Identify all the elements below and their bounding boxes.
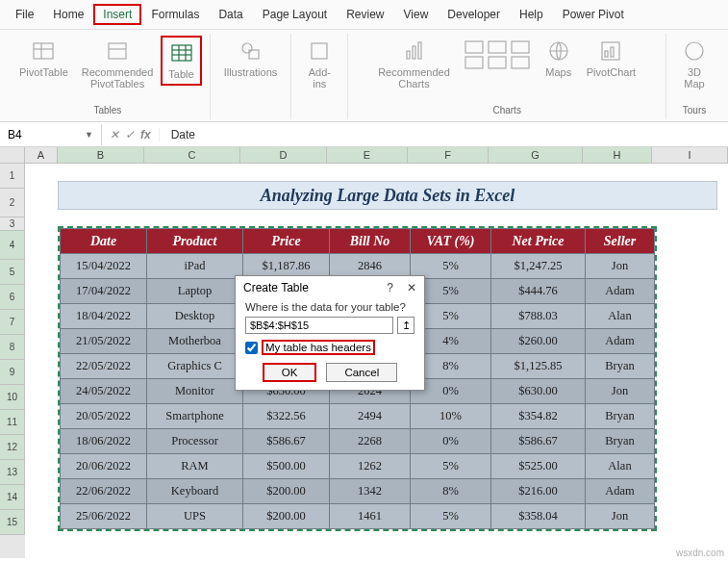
cell[interactable]: UPS bbox=[147, 504, 243, 529]
row-3[interactable]: 3 bbox=[0, 217, 25, 231]
cell[interactable]: $322.56 bbox=[243, 404, 330, 429]
cancel-icon[interactable]: ✕ bbox=[110, 128, 119, 141]
cell[interactable]: Jon bbox=[586, 254, 655, 279]
cell[interactable]: 0% bbox=[411, 429, 491, 454]
cell[interactable]: Bryan bbox=[586, 354, 655, 379]
cell[interactable]: 15/04/2022 bbox=[61, 254, 147, 279]
help-icon[interactable]: ? bbox=[387, 281, 393, 294]
cell[interactable]: Jon bbox=[586, 504, 655, 529]
recommended-charts-button[interactable]: RecommendedCharts bbox=[372, 36, 456, 93]
addins-button[interactable]: Add-ins bbox=[299, 36, 339, 93]
cell[interactable]: RAM bbox=[147, 454, 243, 479]
row-15[interactable]: 15 bbox=[0, 510, 25, 535]
header-billno[interactable]: Bill No bbox=[330, 229, 411, 254]
row-11[interactable]: 11 bbox=[0, 410, 25, 435]
row-4[interactable]: 4 bbox=[0, 231, 25, 260]
menu-developer[interactable]: Developer bbox=[438, 4, 510, 25]
header-seller[interactable]: Seller bbox=[586, 229, 655, 254]
header-netprice[interactable]: Net Price bbox=[491, 229, 586, 254]
menu-view[interactable]: View bbox=[394, 4, 439, 25]
row-13[interactable]: 13 bbox=[0, 460, 25, 485]
cell[interactable]: $1,247.25 bbox=[491, 254, 586, 279]
menu-file[interactable]: File bbox=[6, 4, 43, 25]
cell[interactable]: 5% bbox=[411, 454, 491, 479]
header-vat[interactable]: VAT (%) bbox=[411, 229, 491, 254]
row-14[interactable]: 14 bbox=[0, 485, 25, 510]
cell[interactable]: $200.00 bbox=[243, 504, 330, 529]
cell[interactable]: Adam bbox=[586, 329, 655, 354]
cell[interactable]: 25/06/2022 bbox=[61, 504, 147, 529]
row-5[interactable]: 5 bbox=[0, 260, 25, 285]
row-8[interactable]: 8 bbox=[0, 335, 25, 360]
formula-value[interactable]: Date bbox=[160, 128, 207, 141]
col-C[interactable]: C bbox=[144, 147, 240, 163]
headers-checkbox[interactable] bbox=[245, 342, 258, 354]
cell[interactable]: 10% bbox=[411, 404, 491, 429]
cell[interactable]: 22/05/2022 bbox=[61, 354, 147, 379]
title-cell[interactable]: Analyzing Large Data Sets in Excel bbox=[58, 181, 717, 210]
cell[interactable]: 18/06/2022 bbox=[61, 429, 147, 454]
cell[interactable]: Adam bbox=[586, 479, 655, 504]
cell[interactable]: $788.03 bbox=[491, 304, 586, 329]
cell[interactable]: iPad bbox=[147, 254, 243, 279]
cell[interactable]: $500.00 bbox=[243, 454, 330, 479]
row-7[interactable]: 7 bbox=[0, 310, 25, 335]
cell[interactable]: Monitor bbox=[147, 379, 243, 404]
range-select-icon[interactable]: ↥ bbox=[397, 317, 414, 334]
cell[interactable]: 20/05/2022 bbox=[61, 404, 147, 429]
col-H[interactable]: H bbox=[583, 147, 652, 163]
menu-insert[interactable]: Insert bbox=[93, 4, 141, 25]
cell[interactable]: 18/04/2022 bbox=[61, 304, 147, 329]
menu-formulas[interactable]: Formulas bbox=[141, 4, 209, 25]
pivotchart-button[interactable]: PivotChart bbox=[581, 36, 641, 82]
col-A[interactable]: A bbox=[25, 147, 58, 163]
cell[interactable]: Bryan bbox=[586, 404, 655, 429]
close-icon[interactable]: ✕ bbox=[407, 281, 416, 294]
3dmap-button[interactable]: 3DMap bbox=[674, 36, 715, 93]
header-date[interactable]: Date bbox=[61, 229, 147, 254]
cell[interactable]: $444.76 bbox=[491, 279, 586, 304]
col-G[interactable]: G bbox=[489, 147, 583, 163]
cell[interactable]: Desktop bbox=[147, 304, 243, 329]
col-D[interactable]: D bbox=[240, 147, 327, 163]
name-box[interactable]: B4 ▼ bbox=[0, 124, 102, 145]
pivottable-button[interactable]: PivotTable bbox=[13, 36, 74, 82]
header-price[interactable]: Price bbox=[243, 229, 330, 254]
cell[interactable]: 2268 bbox=[330, 429, 411, 454]
col-E[interactable]: E bbox=[327, 147, 408, 163]
cell[interactable]: 8% bbox=[411, 479, 491, 504]
cell[interactable]: $358.04 bbox=[491, 504, 586, 529]
cancel-button[interactable]: Cancel bbox=[326, 363, 397, 382]
cell[interactable]: $216.00 bbox=[491, 479, 586, 504]
maps-button[interactable]: Maps bbox=[539, 36, 579, 82]
cell[interactable]: $200.00 bbox=[243, 479, 330, 504]
cell[interactable]: $630.00 bbox=[491, 379, 586, 404]
accept-icon[interactable]: ✓ bbox=[125, 128, 135, 141]
select-all-button[interactable] bbox=[0, 147, 25, 163]
cell[interactable]: Bryan bbox=[586, 429, 655, 454]
col-B[interactable]: B bbox=[58, 147, 144, 163]
col-F[interactable]: F bbox=[408, 147, 489, 163]
cell[interactable]: Motherboa bbox=[147, 329, 243, 354]
cell[interactable]: 24/05/2022 bbox=[61, 379, 147, 404]
row-6[interactable]: 6 bbox=[0, 285, 25, 310]
cell[interactable]: 21/05/2022 bbox=[61, 329, 147, 354]
cell[interactable]: Smartphone bbox=[147, 404, 243, 429]
cell[interactable]: $586.67 bbox=[491, 429, 586, 454]
cell[interactable]: 1342 bbox=[330, 479, 411, 504]
cell[interactable]: Processor bbox=[147, 429, 243, 454]
cell[interactable]: 20/06/2022 bbox=[61, 454, 147, 479]
row-9[interactable]: 9 bbox=[0, 360, 25, 385]
row-1[interactable]: 1 bbox=[0, 164, 25, 189]
fx-icon[interactable]: fx bbox=[140, 128, 151, 141]
cell[interactable]: Alan bbox=[586, 304, 655, 329]
cell[interactable]: 1461 bbox=[330, 504, 411, 529]
menu-help[interactable]: Help bbox=[510, 4, 553, 25]
menu-pagelayout[interactable]: Page Layout bbox=[253, 4, 337, 25]
cell[interactable]: Alan bbox=[586, 454, 655, 479]
dialog-titlebar[interactable]: Create Table ? ✕ bbox=[236, 276, 424, 297]
cell[interactable]: Jon bbox=[586, 379, 655, 404]
menu-home[interactable]: Home bbox=[43, 4, 93, 25]
cell[interactable]: $354.82 bbox=[491, 404, 586, 429]
range-input[interactable] bbox=[245, 317, 393, 334]
